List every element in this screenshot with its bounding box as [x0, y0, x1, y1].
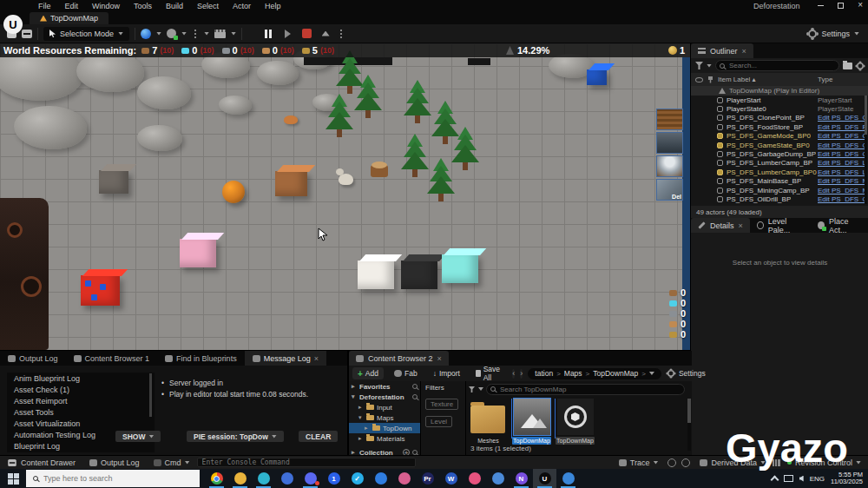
trace-dropdown[interactable]: Trace: [612, 458, 666, 467]
tab-find-in-blueprints[interactable]: Find in Blueprints: [157, 351, 245, 366]
menu-edit[interactable]: Edit: [58, 2, 86, 10]
maximize-button[interactable]: [838, 3, 844, 9]
outliner-scrollbar[interactable]: [865, 96, 867, 204]
selection-mode-dropdown[interactable]: Selection Mode: [43, 27, 129, 41]
cinematics-icon[interactable]: [214, 30, 226, 38]
search-icon[interactable]: [412, 384, 418, 389]
add-button[interactable]: +Add: [352, 367, 384, 379]
log-category[interactable]: Asset Virtualization: [7, 418, 155, 429]
filter-icon[interactable]: [695, 62, 703, 69]
taskbar-app-blue-pin[interactable]: [275, 469, 299, 488]
outliner-search-input[interactable]: [715, 60, 839, 71]
volume-icon[interactable]: [799, 476, 804, 482]
pin-column-icon[interactable]: [708, 76, 713, 83]
menu-help[interactable]: Help: [258, 2, 288, 10]
menu-file[interactable]: File: [31, 2, 58, 10]
eject-button[interactable]: [319, 27, 332, 41]
asset-data[interactable]: TopDownMap: [556, 399, 595, 445]
menu-build[interactable]: Build: [159, 2, 190, 10]
edit-blueprint-link[interactable]: Edit PS_DFS_L: [818, 159, 866, 167]
asset-folder[interactable]: Meshes: [469, 399, 508, 445]
language-indicator[interactable]: ENG: [810, 475, 825, 483]
fab-button[interactable]: Fab: [389, 367, 423, 379]
outliner-row[interactable]: PS_DFS_MiningCamp_BPEdit PS_DFS_M: [691, 186, 868, 195]
pause-button[interactable]: [261, 27, 275, 41]
edit-blueprint-link[interactable]: Edit PS_DFS_L: [818, 168, 866, 176]
clear-button[interactable]: CLEAR: [299, 431, 338, 442]
build-demolish-button[interactable]: Del: [656, 179, 683, 201]
minimize-button[interactable]: [818, 5, 824, 6]
more-options-icon[interactable]: [340, 33, 342, 35]
edit-blueprint-link[interactable]: Edit PS_DFS_M: [818, 187, 866, 195]
taskbar-word[interactable]: W: [439, 469, 463, 488]
outliner-row[interactable]: PS_DFS_OilDrill_BPEdit PS_DFS_O: [691, 195, 868, 203]
taskbar-cad-app[interactable]: [486, 469, 510, 488]
menu-select[interactable]: Select: [190, 2, 226, 10]
content-drawer-icon[interactable]: [22, 30, 32, 38]
outliner-row[interactable]: PS_DFS_ClonePoint_BPEdit PS_DFS_C: [691, 114, 868, 122]
forward-button[interactable]: ›: [520, 369, 523, 379]
item-label-column[interactable]: Item Label ▴: [718, 76, 756, 83]
edit-blueprint-link[interactable]: Edit PS_DFS_G: [818, 150, 866, 158]
taskbar-discord[interactable]: [299, 469, 322, 488]
show-dropdown[interactable]: SHOW: [115, 431, 161, 442]
tab-content-browser-2[interactable]: Content Browser 2 ×: [349, 351, 449, 366]
filter-chip-texture[interactable]: Texture: [425, 399, 458, 410]
cmd-dropdown[interactable]: Cmd: [147, 458, 197, 467]
output-log-button[interactable]: Output Log: [82, 458, 147, 467]
filter-chip-level[interactable]: Level: [425, 416, 452, 427]
edit-blueprint-link[interactable]: Edit PS_DFS_G: [818, 142, 866, 149]
folder-maps[interactable]: ▾Maps: [349, 412, 420, 423]
taskbar-search-input[interactable]: [43, 474, 182, 483]
outliner-row[interactable]: PS_DFS_MainBase_BPEdit PS_DFS_M: [691, 177, 868, 186]
taskbar-search[interactable]: [26, 470, 200, 487]
tab-output-log[interactable]: Output Log: [0, 351, 66, 366]
outliner-row[interactable]: PS_DFS_GameState_BP0Edit PS_DFS_G: [691, 141, 868, 149]
close-icon[interactable]: ×: [314, 354, 319, 363]
taskbar-gyazo-app[interactable]: [556, 469, 580, 488]
type-column[interactable]: Type: [818, 76, 832, 83]
taskbar-chrome[interactable]: [205, 469, 228, 488]
stats-icon[interactable]: [773, 459, 780, 466]
console-command-input[interactable]: [197, 458, 416, 467]
tab-content-browser-1[interactable]: Content Browser 1: [66, 351, 158, 366]
menu-tools[interactable]: Tools: [127, 2, 159, 10]
asset-scrollbar[interactable]: [687, 399, 691, 451]
session-icon[interactable]: [681, 458, 690, 467]
pie-session-dropdown[interactable]: PIE session: TopDow: [187, 431, 284, 442]
import-button[interactable]: ↓Import: [428, 367, 465, 379]
outliner-row[interactable]: PS_DFS_LumberCamp_BP0Edit PS_DFS_L: [691, 168, 868, 176]
log-category[interactable]: Anim Blueprint Log: [7, 373, 155, 384]
folder-topdown[interactable]: ▸TopDown: [349, 423, 420, 433]
close-button[interactable]: ×: [858, 2, 863, 9]
taskbar-premiere[interactable]: Pr: [416, 469, 439, 488]
clock[interactable]: 5:55 PM 11/03/2025: [831, 472, 863, 486]
log-category[interactable]: Asset Tools: [7, 406, 155, 418]
content-drawer-button[interactable]: Content Drawer: [0, 458, 82, 467]
content-browser-settings[interactable]: Settings: [667, 369, 706, 378]
chevron-down-icon[interactable]: [478, 387, 483, 391]
close-icon[interactable]: ×: [437, 354, 442, 363]
taskbar-unreal-engine[interactable]: U: [533, 469, 556, 488]
taskbar-onepassword[interactable]: 1: [322, 469, 345, 488]
taskbar-music-app[interactable]: [463, 469, 486, 488]
close-icon[interactable]: ×: [742, 47, 746, 56]
tab-level-pale-[interactable]: Level Pale...: [750, 218, 812, 233]
gear-icon[interactable]: [857, 63, 864, 69]
breadcrumb-item[interactable]: Maps: [564, 369, 582, 378]
build-lumber-storage-button[interactable]: [656, 109, 683, 130]
outliner-row[interactable]: PlayerStartPlayerStart: [691, 96, 868, 104]
new-folder-icon[interactable]: [843, 63, 852, 69]
edit-blueprint-link[interactable]: Edit PS_DFS_F: [818, 123, 866, 131]
display-icon[interactable]: [784, 475, 793, 482]
search-icon[interactable]: [412, 394, 418, 399]
add-actor-icon[interactable]: [167, 29, 176, 38]
frame-skip-button[interactable]: [280, 27, 294, 41]
breadcrumb-item[interactable]: tation: [535, 369, 553, 378]
settings-dropdown[interactable]: Settings: [808, 30, 859, 38]
tab-details[interactable]: Details×: [691, 218, 750, 233]
close-icon[interactable]: ×: [739, 221, 743, 230]
tab-outliner[interactable]: Outliner ×: [691, 43, 753, 58]
save-all-button[interactable]: Save All: [470, 367, 507, 379]
back-button[interactable]: ‹: [512, 369, 515, 379]
